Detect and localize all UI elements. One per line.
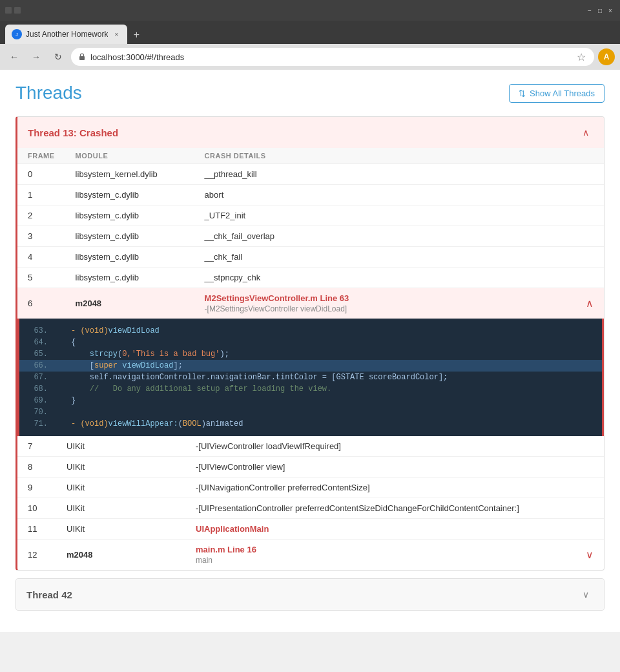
- frame-num: 11: [17, 519, 56, 540]
- reload-button[interactable]: ↻: [49, 48, 67, 66]
- crashed-frame-chevron-cell: ∧: [575, 288, 604, 319]
- thread-crashed-chevron: ∧: [578, 125, 594, 140]
- frame-details: __stpncpy_chk: [194, 268, 575, 288]
- close-button[interactable]: ×: [606, 6, 615, 15]
- code-line: 69. }: [19, 395, 602, 406]
- page-title: Threads: [16, 83, 82, 103]
- crashed-frame-row: 6 m2048 M2SettingsViewController.m Line …: [17, 288, 604, 319]
- line-content: self.navigationController.navigationBar.…: [58, 373, 448, 382]
- main-details-line1[interactable]: main.m Line 16: [196, 545, 565, 554]
- bookmark-button[interactable]: ☆: [575, 50, 588, 63]
- line-content: strcpy(0,'This is a bad bug');: [58, 350, 229, 359]
- show-all-label: Show All Threads: [530, 89, 595, 98]
- line-content: }: [58, 396, 76, 405]
- frame-num: 12: [17, 540, 56, 571]
- show-all-threads-button[interactable]: ⇅ Show All Threads: [509, 84, 604, 103]
- frame-module: UIKit: [56, 519, 185, 540]
- frame-details: -[UIViewController view]: [185, 457, 575, 478]
- frame-module: UIKit: [56, 498, 185, 519]
- table-row: 11 UIKit UIApplicationMain: [17, 519, 604, 540]
- crashed-row-chevron[interactable]: ∧: [586, 298, 594, 309]
- crashed-details-line1[interactable]: M2SettingsViewController.m Line 63: [205, 293, 565, 303]
- frame-num: 9: [17, 478, 56, 498]
- lock-icon: [78, 52, 87, 61]
- line-number: 63.: [19, 326, 58, 335]
- frame-module: libsystem_c.dylib: [65, 205, 194, 226]
- line-number: 70.: [19, 408, 58, 417]
- forward-button[interactable]: →: [27, 48, 45, 66]
- code-line: 64. {: [19, 337, 602, 348]
- tab-favicon: J: [12, 29, 22, 39]
- nav-bar: ← → ↻ localhost:3000/#!/threads ☆ A: [0, 44, 620, 70]
- frame-details: __chk_fail: [194, 247, 575, 268]
- frame-details: -[UIViewController loadViewIfRequired]: [185, 436, 575, 457]
- line-content: - (void)viewDidLoad: [58, 326, 160, 335]
- code-line: 65. strcpy(0,'This is a bad bug');: [19, 348, 602, 360]
- table-row: 3 libsystem_c.dylib __chk_fail_overlap: [17, 226, 604, 247]
- main-row-chevron[interactable]: ∨: [586, 549, 594, 560]
- line-number: 68.: [19, 384, 58, 394]
- line-content: {: [58, 338, 76, 347]
- table-row: 1 libsystem_c.dylib abort: [17, 185, 604, 205]
- after-crash-frames-table: 7 UIKit -[UIViewController loadViewIfReq…: [17, 436, 604, 570]
- thread-42-header[interactable]: Thread 42 ∨: [16, 579, 604, 610]
- back-button[interactable]: ←: [5, 48, 23, 66]
- frame-module: UIKit: [56, 478, 185, 498]
- frame-num: 5: [17, 268, 65, 288]
- line-number: 65.: [19, 350, 58, 359]
- thread-crashed-container: Thread 13: Crashed ∧ FRAME MODULE CRASH …: [16, 116, 604, 571]
- code-line: 70.: [19, 406, 602, 418]
- line-number: 66.: [19, 361, 58, 370]
- line-number: 64.: [19, 338, 58, 347]
- user-avatar[interactable]: A: [598, 48, 615, 65]
- line-content: [super viewDidLoad];: [58, 361, 183, 370]
- frame-module: libsystem_c.dylib: [65, 268, 194, 288]
- minimize-button[interactable]: −: [585, 6, 594, 15]
- thread-42-title: Thread 42: [26, 589, 72, 600]
- line-number: 67.: [19, 373, 58, 382]
- frame-details: UIApplicationMain: [185, 519, 575, 540]
- code-line: 67. self.navigationController.navigation…: [19, 372, 602, 383]
- table-row: 2 libsystem_c.dylib _UTF2_init: [17, 205, 604, 226]
- tab-bar: J Just Another Homework × +: [0, 21, 620, 44]
- frame-details: __chk_fail_overlap: [194, 226, 575, 247]
- frame-details: -[UIPresentationController preferredCont…: [185, 498, 575, 519]
- code-line-highlighted: 66. [super viewDidLoad];: [19, 360, 602, 372]
- frame-module: libsystem_c.dylib: [65, 185, 194, 205]
- frame-num: 8: [17, 457, 56, 478]
- line-content: - (void)viewWillAppear:(BOOL)animated: [58, 419, 243, 428]
- col-module: MODULE: [65, 148, 194, 164]
- frame-details-main: main.m Line 16 main: [185, 540, 575, 571]
- thread-crashed-header[interactable]: Thread 13: Crashed ∧: [17, 117, 604, 148]
- maximize-button[interactable]: □: [595, 6, 604, 15]
- page-content: Threads ⇅ Show All Threads Thread 13: Cr…: [0, 70, 620, 632]
- frame-details: _UTF2_init: [194, 205, 575, 226]
- crashed-details-line2: -[M2SettingsViewController viewDidLoad]: [205, 304, 565, 313]
- frame-module: m2048: [56, 540, 185, 571]
- col-frame: FRAME: [17, 148, 65, 164]
- crashed-frame-details: M2SettingsViewController.m Line 63 -[M2S…: [194, 288, 575, 319]
- code-line: 63. - (void)viewDidLoad: [19, 325, 602, 337]
- active-tab[interactable]: J Just Another Homework ×: [5, 25, 127, 44]
- frame-num: 0: [17, 164, 65, 185]
- table-row: 8 UIKit -[UIViewController view]: [17, 457, 604, 478]
- tab-title: Just Another Homework: [26, 30, 108, 39]
- table-row: 4 libsystem_c.dylib __chk_fail: [17, 247, 604, 268]
- svg-rect-2: [79, 56, 85, 60]
- tab-close-button[interactable]: ×: [112, 30, 121, 39]
- show-all-icon: ⇅: [519, 89, 526, 98]
- frame-module: UIKit: [56, 457, 185, 478]
- table-row: 0 libsystem_kernel.dylib __pthread_kill: [17, 164, 604, 185]
- frame-module: UIKit: [56, 436, 185, 457]
- code-line: 71. - (void)viewWillAppear:(BOOL)animate…: [19, 418, 602, 430]
- thread-42-chevron: ∨: [578, 587, 594, 602]
- frame-details: abort: [194, 185, 575, 205]
- svg-text:J: J: [16, 32, 18, 37]
- table-row: 9 UIKit -[UINavigationController preferr…: [17, 478, 604, 498]
- table-row: 5 libsystem_c.dylib __stpncpy_chk: [17, 268, 604, 288]
- table-row: 12 m2048 main.m Line 16 main ∨: [17, 540, 604, 571]
- frame-num: 3: [17, 226, 65, 247]
- address-bar[interactable]: localhost:3000/#!/threads ☆: [71, 48, 594, 66]
- frame-num: 10: [17, 498, 56, 519]
- new-tab-button[interactable]: +: [127, 26, 145, 44]
